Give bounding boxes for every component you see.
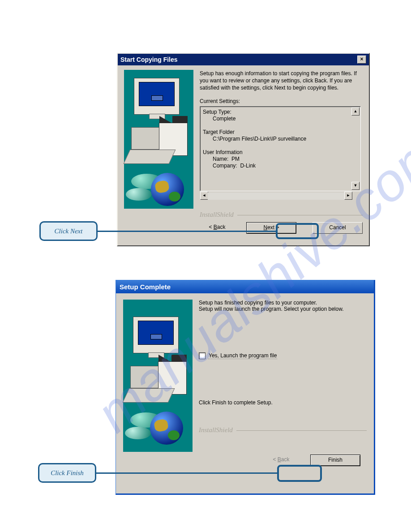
company-value: D-Link [240, 163, 256, 169]
finish-line2: Setup will now launch the program. Selec… [199, 306, 367, 312]
callout-connector [96, 472, 277, 474]
wizard-graphic [124, 70, 193, 209]
current-settings-label: Current Settings: [200, 98, 363, 104]
close-icon[interactable]: × [357, 56, 366, 64]
divider [236, 430, 367, 431]
finish-instruction: Click Finish to complete Setup. [199, 399, 367, 406]
scroll-right-icon[interactable]: ► [344, 192, 352, 200]
settings-textarea: Setup Type: Complete Target Folder C:\Pr… [200, 106, 361, 191]
target-folder-label: Target Folder [203, 129, 358, 135]
launch-checkbox-label: Yes, Launch the program file [208, 352, 277, 359]
scroll-track[interactable] [208, 193, 345, 200]
callout-click-next: Click Next [39, 221, 98, 241]
company-label: Company: [213, 163, 237, 169]
finish-line1: Setup has finished copying files to your… [199, 300, 367, 306]
user-info-label: User Information [203, 149, 358, 155]
user-name-value: PM [231, 156, 240, 162]
titlebar: Setup Complete [116, 280, 374, 293]
callout-click-finish: Click Finish [38, 463, 96, 483]
target-folder-value: C:\Program Files\D-Link\IP surveillance [203, 136, 358, 142]
wizard-graphic [123, 300, 193, 452]
highlight-ring-next [276, 223, 319, 239]
launch-checkbox[interactable] [199, 352, 206, 359]
highlight-ring-finish [277, 465, 322, 482]
cancel-button[interactable]: Cancel [313, 222, 363, 234]
scroll-left-icon[interactable]: ◄ [200, 192, 208, 200]
dialog-setup-complete: Setup Complete Setup has finished copyin… [116, 280, 375, 495]
scroll-up-icon[interactable]: ▲ [351, 107, 360, 116]
user-name-label: Name: [213, 156, 228, 162]
scroll-down-icon[interactable]: ▼ [351, 182, 360, 190]
dialog-title: Start Copying Files [120, 56, 178, 63]
back-button-disabled: < Back [257, 455, 306, 465]
divider [237, 215, 363, 215]
dialog-description: Setup has enough information to start co… [200, 70, 363, 92]
dialog-title: Setup Complete [120, 283, 171, 291]
setup-type-label: Setup Type: [203, 109, 358, 115]
installshield-brand: InstallShield [199, 426, 233, 434]
dialog-start-copying: Start Copying Files × Setup has enough i… [117, 53, 370, 246]
callout-connector [98, 231, 276, 232]
titlebar: Start Copying Files × [118, 54, 369, 65]
installshield-brand: InstallShield [200, 211, 234, 219]
setup-type-value: Complete [203, 116, 358, 122]
